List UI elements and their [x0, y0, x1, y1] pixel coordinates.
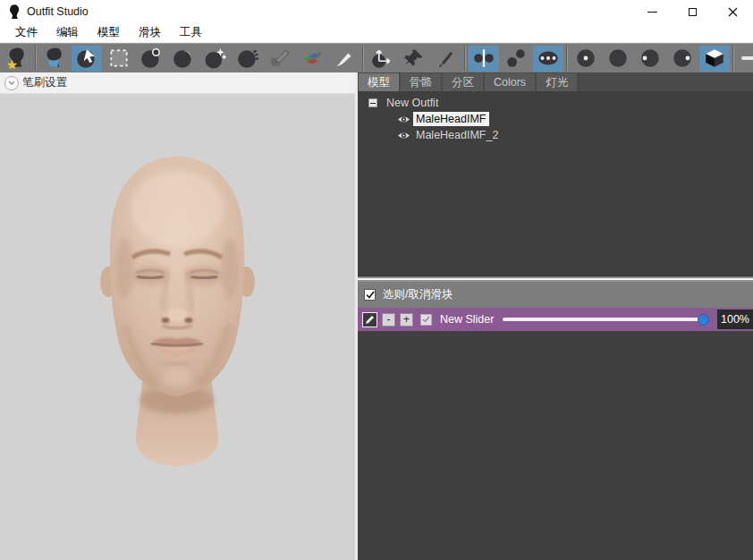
- tree-item-maleheadimf[interactable]: MaleHeadIMF: [358, 111, 753, 127]
- tree-root-row[interactable]: New Outfit: [358, 95, 753, 111]
- toolbar-separator: [566, 46, 568, 71]
- right-panel-tabs: 模型 骨骼 分区 Colors 灯光: [358, 72, 753, 91]
- viewport-3d[interactable]: [0, 94, 355, 560]
- close-button[interactable]: [713, 0, 753, 23]
- viewport-column: 笔刷设置: [0, 72, 355, 560]
- connected-only-toggle-button[interactable]: [501, 46, 531, 72]
- mask-brush-button[interactable]: [104, 46, 134, 72]
- color-paint-brush-button[interactable]: [297, 46, 327, 72]
- tab-colors[interactable]: Colors: [485, 73, 535, 91]
- brush-settings-header[interactable]: 笔刷设置: [0, 72, 355, 94]
- light-directional-0-button[interactable]: [603, 46, 633, 72]
- menu-bar: 文件 编辑 模型 滑块 工具: [0, 23, 753, 43]
- light-frontal-button[interactable]: [571, 46, 601, 72]
- deflate-brush-button[interactable]: [168, 46, 199, 72]
- tab-lights[interactable]: 灯光: [537, 73, 577, 91]
- window-controls: [632, 0, 753, 23]
- global-brush-toggle-button[interactable]: [533, 46, 563, 72]
- check-icon: [422, 316, 430, 323]
- select-brush-button[interactable]: [72, 46, 102, 72]
- inflate-brush-button[interactable]: [136, 46, 166, 72]
- app-logo-icon: [7, 4, 21, 19]
- new-slider-row: - + New Slider 100%: [358, 308, 753, 331]
- slider-select-toggle-row: 选则/取消滑块: [358, 282, 753, 308]
- tab-partitions[interactable]: 分区: [443, 73, 483, 91]
- alpha-brush-button[interactable]: [329, 46, 360, 72]
- slider-handle[interactable]: [698, 314, 709, 326]
- minimize-icon: [647, 12, 657, 13]
- slider-minus-button[interactable]: -: [382, 313, 395, 327]
- menu-edit[interactable]: 编辑: [49, 23, 86, 42]
- visibility-eye-icon[interactable]: [397, 115, 410, 124]
- light-directional-2-button[interactable]: [667, 46, 698, 72]
- slider-name-label: New Slider: [440, 313, 494, 326]
- tab-meshes[interactable]: 模型: [359, 73, 399, 91]
- tree-root-label[interactable]: New Outfit: [384, 96, 441, 110]
- collapse-icon[interactable]: [368, 98, 377, 107]
- select-sliders-checkbox[interactable]: [364, 289, 376, 301]
- brush-settings-label: 笔刷设置: [22, 75, 67, 90]
- new-project-button[interactable]: [2, 46, 32, 72]
- slider-track[interactable]: [503, 318, 706, 321]
- menu-shape[interactable]: 模型: [90, 23, 127, 42]
- perspective-toggle-button[interactable]: [699, 46, 730, 72]
- toolbar-separator: [362, 46, 364, 71]
- slider-edit-button[interactable]: [362, 312, 377, 327]
- slider-panel-empty-area: [358, 331, 753, 560]
- horizontal-splitter[interactable]: [358, 276, 753, 282]
- toolbar: [0, 43, 753, 72]
- fov-slider[interactable]: [741, 46, 753, 72]
- slider-value: 100%: [717, 310, 753, 329]
- window-title: Outfit Studio: [27, 5, 89, 18]
- maximize-button[interactable]: [673, 0, 713, 23]
- transform-tool-button[interactable]: [367, 46, 397, 72]
- menu-file[interactable]: 文件: [8, 23, 45, 42]
- male-head-model[interactable]: [0, 94, 355, 560]
- new-slider-slider[interactable]: [503, 313, 706, 326]
- outfit-tree: New Outfit MaleHeadIMF MaleHeadIMF_2: [358, 91, 753, 276]
- toolbar-separator: [464, 46, 466, 71]
- load-project-button[interactable]: [39, 46, 70, 72]
- select-sliders-label: 选则/取消滑块: [383, 287, 453, 302]
- visibility-eye-icon[interactable]: [397, 131, 410, 140]
- main-area: 笔刷设置: [0, 72, 753, 560]
- light-directional-1-button[interactable]: [635, 46, 665, 72]
- outfit-studio-window: Outfit Studio 文件 编辑 模型 滑块 工具: [0, 0, 753, 560]
- toolbar-separator: [732, 46, 734, 71]
- tree-item-label[interactable]: MaleHeadIMF_2: [413, 128, 501, 142]
- pencil-icon: [365, 315, 375, 325]
- pencil-edit-tool-button[interactable]: [431, 46, 461, 72]
- menu-tools[interactable]: 工具: [173, 23, 209, 42]
- slider-checkbox[interactable]: [420, 314, 432, 326]
- move-brush-button[interactable]: [233, 46, 263, 72]
- title-bar: Outfit Studio: [0, 0, 753, 23]
- check-icon: [366, 291, 375, 299]
- weight-paint-brush-button[interactable]: [265, 46, 295, 72]
- slider-plus-button[interactable]: +: [400, 313, 413, 327]
- pin-vertex-tool-button[interactable]: [399, 46, 429, 72]
- right-panel: 模型 骨骼 分区 Colors 灯光 New Outfit MaleHeadIM…: [358, 72, 753, 560]
- toolbar-separator: [35, 46, 37, 71]
- fov-slider-track[interactable]: [741, 56, 753, 60]
- tree-item-maleheadimf-2[interactable]: MaleHeadIMF_2: [358, 127, 753, 143]
- maximize-icon: [689, 8, 697, 16]
- chevron-down-icon[interactable]: [4, 76, 19, 90]
- smooth-brush-button[interactable]: [200, 46, 231, 72]
- minimize-button[interactable]: [632, 0, 673, 23]
- menu-slider[interactable]: 滑块: [131, 23, 168, 42]
- x-mirror-toggle-button[interactable]: [469, 46, 499, 72]
- close-icon: [728, 7, 738, 17]
- tree-item-label[interactable]: MaleHeadIMF: [413, 112, 489, 126]
- tab-bones[interactable]: 骨骼: [401, 73, 441, 91]
